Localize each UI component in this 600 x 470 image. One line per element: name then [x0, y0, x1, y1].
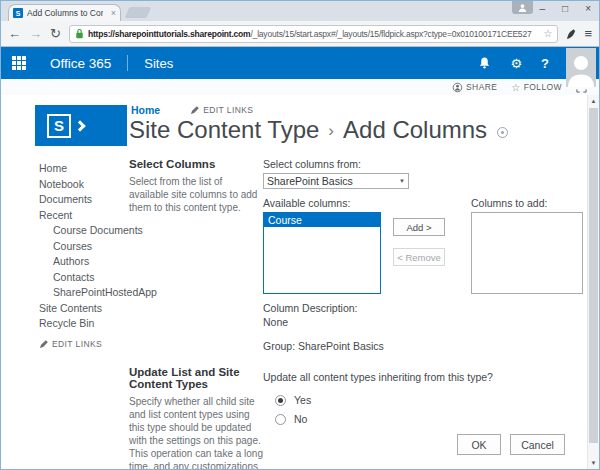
- share-button[interactable]: SHARE: [452, 82, 497, 93]
- minimize-button[interactable]: –: [540, 3, 546, 14]
- edit-links-label: EDIT LINKS: [203, 105, 253, 115]
- back-icon[interactable]: ←: [8, 27, 21, 40]
- browser-menu-icon[interactable]: ≡: [584, 26, 592, 41]
- tab-close-icon[interactable]: ×: [111, 8, 116, 18]
- share-person-icon: [452, 82, 463, 93]
- title-info-icon[interactable]: [497, 127, 508, 138]
- browser-toolbar: ← → ↻ https://sharepointtutorials.sharep…: [1, 21, 599, 47]
- sidebar-item-notebook[interactable]: Notebook: [39, 179, 129, 190]
- scroll-up-icon[interactable]: ▲: [588, 95, 599, 107]
- pencil-icon: [190, 106, 199, 115]
- browser-window: S Add Columns to Content T × – □ × ← → ↻…: [0, 0, 600, 470]
- ribbon-bar: SHARE ☆ FOLLOW: [1, 79, 599, 95]
- no-radio[interactable]: [275, 414, 286, 425]
- select-columns-heading: Select Columns: [129, 158, 263, 170]
- ok-button[interactable]: OK: [457, 434, 501, 455]
- update-types-question: Update all content types inheriting from…: [263, 371, 599, 383]
- columns-group-dropdown-value: SharePoint Basics: [267, 175, 353, 187]
- remove-button[interactable]: < Remove: [393, 248, 445, 266]
- add-button[interactable]: Add >: [393, 218, 445, 236]
- yes-radio[interactable]: [275, 395, 286, 406]
- page-title: Site Content Type › Add Columns: [129, 116, 508, 144]
- scroll-down-icon[interactable]: ▼: [588, 457, 599, 469]
- follow-button[interactable]: ☆ FOLLOW: [511, 82, 562, 93]
- browser-tab[interactable]: S Add Columns to Content T ×: [8, 4, 121, 21]
- scrollbar-thumb[interactable]: [589, 108, 598, 443]
- vertical-scrollbar[interactable]: ▲ ▼: [587, 95, 599, 469]
- chevron-down-icon: ▼: [399, 178, 405, 184]
- url-text: https://sharepointtutorials.sharepoint.c…: [88, 29, 540, 39]
- select-columns-from-label: Select columns from:: [263, 158, 599, 170]
- edit-links-sidebar[interactable]: EDIT LINKS: [39, 339, 129, 349]
- edit-links-top[interactable]: EDIT LINKS: [190, 105, 253, 115]
- sites-link[interactable]: Sites: [144, 56, 173, 71]
- url-path: /_layouts/15/start.aspx#/_layouts/15/fld…: [250, 29, 531, 39]
- title-separator-icon: ›: [328, 121, 334, 141]
- url-host: https://sharepointtutorials.sharepoint.c…: [88, 29, 251, 39]
- maximize-button[interactable]: □: [562, 3, 568, 14]
- help-icon[interactable]: ?: [541, 57, 549, 70]
- sidebar-item-recycle-bin[interactable]: Recycle Bin: [39, 318, 129, 329]
- column-description-label: Column Description:: [263, 301, 381, 315]
- sidebar-item-authors[interactable]: Authors: [39, 256, 129, 267]
- available-columns-label: Available columns:: [263, 197, 381, 209]
- form-main: Select Columns Select from the list of a…: [129, 153, 599, 469]
- sharepoint-logo-chevron-icon: [74, 120, 85, 131]
- sidebar-item-courses[interactable]: Courses: [39, 241, 129, 252]
- sidebar-item-home[interactable]: Home: [39, 163, 129, 174]
- columns-to-add-listbox[interactable]: [471, 212, 583, 294]
- suite-divider: [127, 55, 128, 71]
- sidebar-item-contacts[interactable]: Contacts: [39, 272, 129, 283]
- update-types-description: Specify whether all child site and list …: [129, 395, 263, 469]
- radio-row-no: No: [275, 413, 599, 425]
- breadcrumb: Home EDIT LINKS: [131, 104, 253, 116]
- https-lock-icon: [75, 28, 84, 39]
- app-launcher-icon[interactable]: [12, 56, 26, 70]
- form-footer: OK Cancel: [457, 434, 565, 455]
- sidebar-item-site-contents[interactable]: Site Contents: [39, 303, 129, 314]
- sidebar-item-recent[interactable]: Recent: [39, 210, 129, 221]
- share-label: SHARE: [466, 82, 497, 92]
- suite-bar: Office 365 Sites ⚙ ?: [1, 47, 599, 79]
- profile-button[interactable]: [512, 1, 533, 14]
- no-radio-label: No: [294, 413, 307, 425]
- column-description-value: None: [263, 315, 381, 329]
- available-columns-listbox[interactable]: Course: [263, 212, 381, 294]
- columns-to-add-label: Columns to add:: [471, 197, 583, 209]
- bookmark-star-icon[interactable]: ☆: [543, 28, 552, 39]
- breadcrumb-home-link[interactable]: Home: [131, 104, 160, 116]
- tab-title: Add Columns to Content T: [27, 8, 103, 18]
- sidebar-item-sharepointhostedapp[interactable]: SharePointHostedApp: [39, 287, 129, 298]
- radio-row-yes: Yes: [275, 394, 599, 406]
- sidebar-item-course-documents[interactable]: Course Documents: [39, 225, 129, 236]
- column-group-line: Group: SharePoint Basics: [263, 340, 381, 352]
- notifications-bell-icon[interactable]: [478, 56, 491, 70]
- page-header: S Home EDIT LINKS Site Content Type › Ad…: [1, 95, 599, 153]
- page-viewport: Office 365 Sites ⚙ ? SHARE ☆ FOLLOW: [1, 47, 599, 469]
- new-tab-button[interactable]: [125, 7, 151, 18]
- select-columns-description: Select from the list of available site c…: [129, 175, 263, 214]
- pencil-icon: [39, 340, 48, 349]
- yes-radio-label: Yes: [294, 394, 311, 406]
- follow-label: FOLLOW: [524, 82, 562, 92]
- sharepoint-logo-letter: S: [47, 114, 71, 138]
- page-title-current: Add Columns: [343, 116, 487, 144]
- close-button[interactable]: ×: [585, 3, 591, 14]
- reload-icon[interactable]: ↻: [50, 27, 61, 40]
- address-bar[interactable]: https://sharepointtutorials.sharepoint.c…: [69, 25, 559, 43]
- cancel-button[interactable]: Cancel: [510, 434, 565, 455]
- columns-group-dropdown[interactable]: SharePoint Basics ▼: [263, 173, 409, 189]
- office-365-brand[interactable]: Office 365: [50, 56, 111, 71]
- user-avatar[interactable]: [566, 48, 596, 87]
- page-title-section: Site Content Type: [129, 116, 319, 144]
- sidebar-item-documents[interactable]: Documents: [39, 194, 129, 205]
- list-item-course[interactable]: Course: [264, 213, 380, 227]
- update-types-heading: Update List and Site Content Types: [129, 366, 263, 390]
- follow-star-icon: ☆: [511, 82, 520, 93]
- quick-launch-nav: Home Notebook Documents Recent Course Do…: [1, 153, 129, 469]
- extension-pen-icon[interactable]: [566, 28, 576, 40]
- page-content: S Home EDIT LINKS Site Content Type › Ad…: [1, 95, 599, 469]
- edit-links-label: EDIT LINKS: [52, 339, 102, 349]
- settings-gear-icon[interactable]: ⚙: [510, 57, 522, 70]
- forward-icon[interactable]: →: [29, 27, 42, 40]
